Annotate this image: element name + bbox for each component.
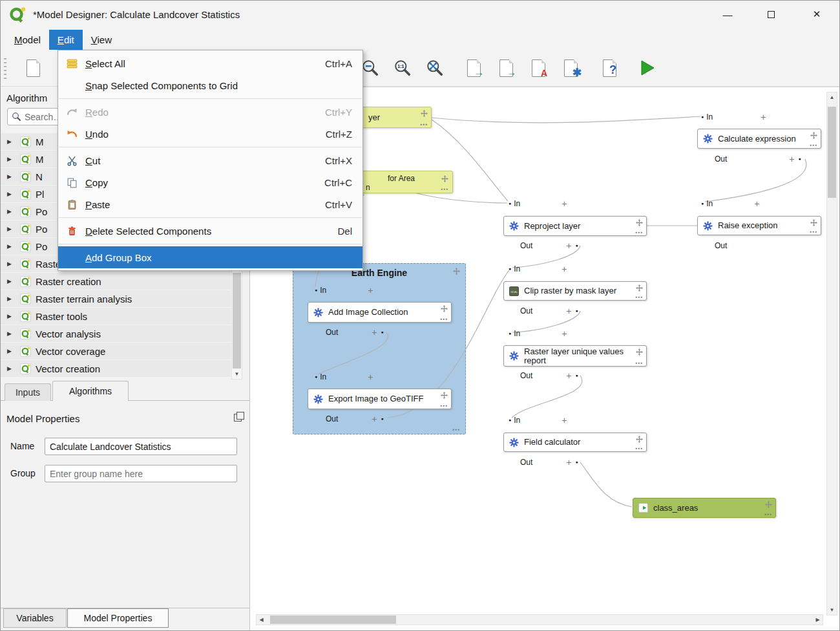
menu-item-paste[interactable]: PasteCtrl+V — [58, 193, 362, 215]
expander-icon[interactable]: ▶ — [7, 226, 17, 232]
expander-icon[interactable]: ▶ — [7, 278, 17, 284]
expander-icon[interactable]: ▶ — [7, 365, 17, 372]
expand-arrows-icon[interactable] — [441, 392, 448, 399]
menu-item-snap-to-grid[interactable]: Snap Selected Components to Grid — [58, 74, 362, 96]
toolbar-grip[interactable] — [4, 58, 6, 79]
help-button[interactable]: ? — [596, 55, 622, 81]
socket-out-export-image[interactable]: Out+● — [326, 414, 384, 423]
expander-icon[interactable]: ▶ — [7, 330, 17, 337]
expander-icon[interactable]: ▶ — [7, 261, 17, 267]
add-link-icon[interactable]: + — [789, 155, 794, 164]
scroll-down-button[interactable]: ▼ — [827, 605, 837, 615]
export-as-pdf-button[interactable]: A — [525, 55, 551, 81]
expander-icon[interactable]: ▶ — [7, 243, 17, 250]
zoom-actual-button[interactable]: 1:1 — [390, 55, 415, 81]
model-name-input[interactable] — [45, 438, 237, 455]
expander-icon[interactable]: ▶ — [7, 138, 17, 145]
socket-in-calculate-expression[interactable]: ●In+ — [701, 112, 766, 122]
node-raise-exception[interactable]: Raise exception ●●● — [697, 216, 821, 235]
node-field-calculator[interactable]: Field calculator ●●● — [503, 433, 647, 452]
new-model-button[interactable] — [20, 55, 46, 81]
socket-in-field-calculator[interactable]: ●In+ — [509, 415, 567, 425]
expander-icon[interactable]: ▶ — [7, 208, 17, 215]
add-link-icon[interactable]: + — [372, 328, 377, 337]
run-model-button[interactable] — [634, 55, 660, 81]
socket-out-add-image[interactable]: Out+● — [326, 327, 384, 337]
menu-item-copy[interactable]: CopyCtrl+C — [58, 171, 362, 193]
add-link-icon[interactable]: + — [754, 199, 759, 208]
node-clip-raster[interactable]: Clip raster by mask layer ●●● — [503, 281, 647, 301]
socket-in-raise-exception[interactable]: ●In+ — [701, 198, 759, 208]
expander-icon[interactable]: ▶ — [7, 173, 17, 180]
add-link-icon[interactable]: + — [562, 329, 567, 338]
expander-icon[interactable]: ▶ — [7, 191, 17, 197]
expand-arrows-icon[interactable] — [636, 436, 643, 443]
socket-out-clip-raster[interactable]: Out+● — [520, 306, 578, 316]
socket-out-unique-values[interactable]: Out+● — [520, 370, 578, 380]
menu-view[interactable]: View — [83, 30, 120, 50]
add-link-icon[interactable]: + — [562, 199, 567, 208]
tab-model-properties[interactable]: Model Properties — [67, 608, 169, 628]
expand-arrows-icon[interactable] — [453, 268, 460, 275]
add-link-icon[interactable]: + — [566, 306, 571, 316]
expand-arrows-icon[interactable] — [636, 348, 643, 356]
menu-item-delete-selected[interactable]: Delete Selected ComponentsDel — [58, 220, 362, 242]
socket-in-add-image[interactable]: ●In+ — [315, 285, 373, 295]
add-link-icon[interactable]: + — [372, 414, 377, 423]
canvas-vertical-scrollbar[interactable]: ▲ ▼ — [826, 92, 837, 615]
menu-item-add-group-box[interactable]: Add Group Box — [58, 246, 362, 268]
expand-arrows-icon[interactable] — [810, 219, 817, 226]
socket-out-calculate-expression[interactable]: Out+● — [715, 154, 801, 164]
socket-in-unique-values[interactable]: ●In+ — [509, 328, 567, 338]
scrollbar-thumb[interactable] — [270, 615, 396, 624]
expander-icon[interactable]: ▶ — [7, 156, 17, 162]
menu-item-undo[interactable]: UndoCtrl+Z — [58, 123, 362, 145]
expander-icon[interactable]: ▶ — [7, 295, 17, 302]
add-link-icon[interactable]: + — [566, 458, 571, 467]
socket-in-export-image[interactable]: ●In+ — [315, 372, 373, 381]
minimize-button[interactable]: — — [713, 1, 742, 28]
algorithm-group-row[interactable]: ▶Raster tools — [1, 308, 231, 325]
algorithm-group-row[interactable]: ▶Vector analysis — [1, 325, 231, 342]
algorithm-group-row[interactable]: ▶Vector creation — [1, 360, 231, 377]
expand-arrows-icon[interactable] — [421, 110, 428, 117]
scroll-down-button[interactable]: ▼ — [232, 369, 242, 379]
add-link-icon[interactable]: + — [566, 371, 571, 380]
menu-item-redo[interactable]: RedoCtrl+Y — [58, 101, 362, 123]
expand-arrows-icon[interactable] — [636, 219, 643, 226]
socket-out-reproject[interactable]: Out+● — [520, 241, 578, 250]
tab-inputs[interactable]: Inputs — [5, 383, 51, 401]
add-link-icon[interactable]: + — [566, 241, 571, 250]
expander-icon[interactable]: ▶ — [7, 313, 17, 319]
socket-in-reproject[interactable]: ●In+ — [509, 198, 567, 208]
algorithm-group-row[interactable]: ▶Vector coverage — [1, 343, 231, 359]
socket-in-clip-raster[interactable]: ●In+ — [509, 264, 567, 273]
add-link-icon[interactable]: + — [368, 286, 373, 295]
add-link-icon[interactable]: + — [761, 112, 766, 122]
export-as-script-button[interactable]: ✱ — [558, 55, 583, 81]
algorithm-group-row[interactable]: ▶Raster creation — [1, 273, 231, 290]
node-input-area[interactable]: for Area n ●●● — [350, 171, 453, 193]
tab-algorithms[interactable]: Algorithms — [52, 381, 129, 401]
expand-arrows-icon[interactable] — [636, 284, 643, 292]
maximize-button[interactable] — [756, 1, 786, 28]
socket-out-field-calculator[interactable]: Out+● — [520, 457, 578, 467]
scrollbar-thumb[interactable] — [828, 107, 836, 198]
tab-variables[interactable]: Variables — [3, 608, 67, 628]
menu-item-select-all[interactable]: Select AllCtrl+A — [58, 52, 362, 74]
scroll-right-button[interactable]: ▶ — [813, 615, 823, 625]
close-button[interactable]: ✕ — [802, 1, 832, 28]
expand-arrows-icon[interactable] — [441, 305, 448, 312]
menu-edit[interactable]: Edit — [49, 30, 83, 50]
export-as-svg-button[interactable]: → — [493, 55, 519, 81]
model-group-input[interactable] — [45, 465, 237, 482]
node-class-areas-output[interactable]: class_areas ●●● — [633, 498, 776, 518]
zoom-full-button[interactable] — [422, 55, 448, 81]
node-unique-values-report[interactable]: Raster layer unique values report ●●● — [503, 345, 647, 367]
canvas-horizontal-scrollbar[interactable]: ◀ ▶ — [256, 614, 823, 625]
float-panel-icon[interactable] — [234, 414, 242, 422]
expand-arrows-icon[interactable] — [441, 175, 448, 182]
socket-out-raise-exception[interactable]: Out — [715, 241, 727, 250]
node-calculate-expression[interactable]: Calculate expression ●●● — [697, 129, 821, 149]
scroll-up-button[interactable]: ▲ — [827, 92, 837, 102]
